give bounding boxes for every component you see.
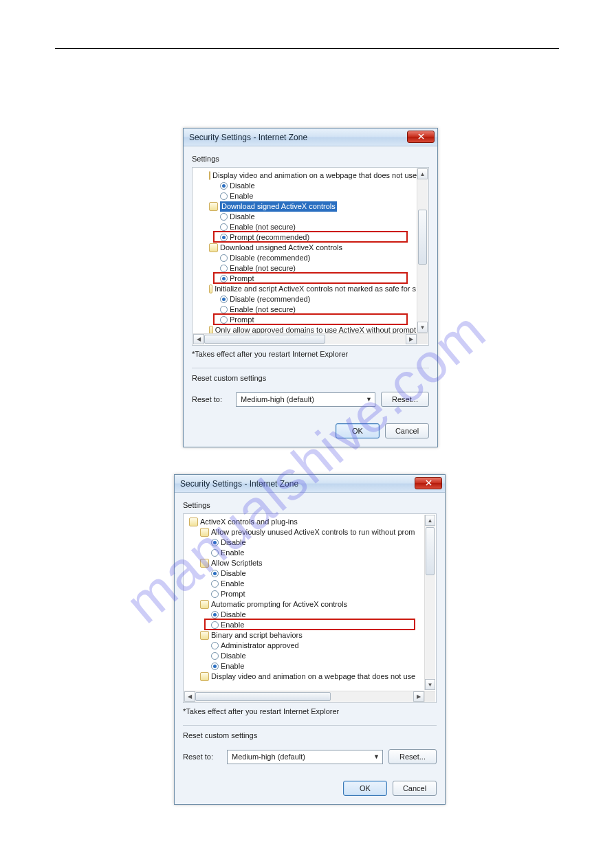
reset-button[interactable]: Reset... <box>381 392 429 407</box>
settings-tree: Display video and animation on a webpage… <box>192 167 429 346</box>
category-icon <box>209 202 218 211</box>
radio-icon[interactable] <box>220 296 228 303</box>
title-text: Security Settings - Internet Zone <box>189 133 307 142</box>
radio-option[interactable]: Enable (not secure) <box>195 222 416 232</box>
titlebar[interactable]: Security Settings - Internet Zone <box>184 129 437 146</box>
radio-icon[interactable] <box>220 306 228 313</box>
option-label: Disable <box>221 568 246 579</box>
radio-icon[interactable] <box>220 265 228 272</box>
radio-option[interactable]: Prompt <box>195 274 416 284</box>
ok-button[interactable]: OK <box>336 423 380 438</box>
reset-level-dropdown[interactable]: Medium-high (default) ▼ <box>227 750 383 764</box>
scroll-up-arrow[interactable]: ▲ <box>417 168 428 179</box>
radio-icon[interactable] <box>220 223 228 231</box>
radio-option[interactable]: Enable <box>186 548 424 558</box>
radio-icon[interactable] <box>211 642 219 649</box>
radio-icon[interactable] <box>211 580 219 588</box>
category-label: Initialize and script ActiveX controls n… <box>215 284 416 294</box>
scroll-corner <box>417 333 428 344</box>
vertical-scrollbar[interactable]: ▲ ▼ <box>424 515 435 690</box>
ok-button[interactable]: OK <box>343 781 387 796</box>
radio-option[interactable]: Enable (not secure) <box>195 304 416 315</box>
radio-option[interactable]: Disable <box>195 212 416 222</box>
scroll-corner <box>424 691 435 702</box>
reset-to-label: Reset to: <box>192 395 230 403</box>
horizontal-scrollbar[interactable]: ◀ ▶ <box>193 333 417 344</box>
option-label: Enable <box>221 661 244 671</box>
tree-category: Allow previously unused ActiveX controls… <box>186 527 424 537</box>
restart-note: *Takes effect after you restart Internet… <box>183 707 437 715</box>
radio-icon[interactable] <box>220 213 228 221</box>
cancel-button[interactable]: Cancel <box>393 781 437 796</box>
scroll-thumb[interactable] <box>418 210 427 265</box>
radio-option[interactable]: Prompt <box>195 315 416 325</box>
scroll-left-arrow[interactable]: ◀ <box>184 691 195 702</box>
option-label: Disable <box>221 651 246 661</box>
radio-icon[interactable] <box>211 621 219 629</box>
radio-option[interactable]: Disable <box>186 610 424 620</box>
close-button[interactable] <box>407 131 435 143</box>
cancel-button[interactable]: Cancel <box>385 423 429 438</box>
category-label: ActiveX controls and plug-ins <box>200 517 298 527</box>
close-button[interactable] <box>415 477 442 489</box>
option-label: Disable (recommended) <box>230 294 310 304</box>
scroll-down-arrow[interactable]: ▼ <box>417 322 428 333</box>
reset-level-dropdown[interactable]: Medium-high (default) ▼ <box>236 392 375 407</box>
scroll-thumb[interactable] <box>426 527 435 575</box>
radio-option[interactable]: Disable <box>195 181 416 191</box>
reset-button[interactable]: Reset... <box>388 749 437 764</box>
radio-option[interactable]: Disable (recommended) <box>195 253 416 263</box>
titlebar[interactable]: Security Settings - Internet Zone <box>175 475 445 493</box>
radio-option[interactable]: Prompt (recommended) <box>195 232 416 243</box>
scroll-right-arrow[interactable]: ▶ <box>406 334 417 344</box>
radio-option[interactable]: Disable <box>186 568 424 579</box>
radio-icon[interactable] <box>211 611 219 619</box>
radio-icon[interactable] <box>211 652 219 660</box>
radio-option[interactable]: Prompt <box>186 589 424 599</box>
scroll-right-arrow[interactable]: ▶ <box>413 691 424 702</box>
tree-category: Initialize and script ActiveX controls n… <box>195 284 416 294</box>
radio-icon[interactable] <box>220 316 228 324</box>
radio-option[interactable]: Administrator approved <box>186 641 424 651</box>
horizontal-scrollbar[interactable]: ◀ ▶ <box>184 691 424 702</box>
radio-option[interactable]: Enable (not secure) <box>195 263 416 274</box>
scroll-left-arrow[interactable]: ◀ <box>193 334 204 344</box>
tree-category: Binary and script behaviors <box>186 630 424 641</box>
scroll-up-arrow[interactable]: ▲ <box>425 515 435 526</box>
close-icon <box>418 132 424 142</box>
radio-option[interactable]: Enable <box>186 620 424 630</box>
radio-option[interactable]: Disable <box>186 537 424 548</box>
category-icon <box>200 559 209 568</box>
category-icon <box>200 528 209 537</box>
scroll-down-arrow[interactable]: ▼ <box>425 679 435 690</box>
radio-icon[interactable] <box>211 590 219 598</box>
option-label: Disable (recommended) <box>230 253 310 263</box>
radio-option[interactable]: Enable <box>195 191 416 201</box>
scroll-thumb-h[interactable] <box>204 335 325 344</box>
radio-icon[interactable] <box>220 234 228 241</box>
radio-option[interactable]: Enable <box>186 661 424 671</box>
option-label: Enable <box>230 191 253 201</box>
chevron-down-icon: ▼ <box>366 396 372 403</box>
radio-icon[interactable] <box>211 663 219 670</box>
scroll-thumb-h[interactable] <box>195 692 331 701</box>
radio-icon[interactable] <box>220 182 228 190</box>
radio-icon[interactable] <box>211 570 219 577</box>
radio-icon[interactable] <box>220 254 228 262</box>
vertical-scrollbar[interactable]: ▲ ▼ <box>417 168 428 333</box>
radio-icon[interactable] <box>220 275 228 282</box>
tree-category: Download signed ActiveX controls <box>195 201 416 212</box>
radio-icon[interactable] <box>211 549 219 557</box>
category-label: Display video and animation on a webpage… <box>211 671 415 682</box>
dropdown-value: Medium-high (default) <box>232 753 305 761</box>
security-settings-dialog-2: Security Settings - Internet Zone Settin… <box>174 474 446 805</box>
radio-icon[interactable] <box>211 539 219 546</box>
radio-option[interactable]: Disable <box>186 651 424 661</box>
settings-label: Settings <box>183 501 437 509</box>
reset-to-label: Reset to: <box>183 753 221 761</box>
radio-option[interactable]: Disable (recommended) <box>195 294 416 304</box>
radio-option[interactable]: Enable <box>186 579 424 589</box>
radio-icon[interactable] <box>220 192 228 200</box>
security-settings-dialog-1: Security Settings - Internet Zone Settin… <box>183 128 438 447</box>
option-label: Disable <box>221 610 246 620</box>
